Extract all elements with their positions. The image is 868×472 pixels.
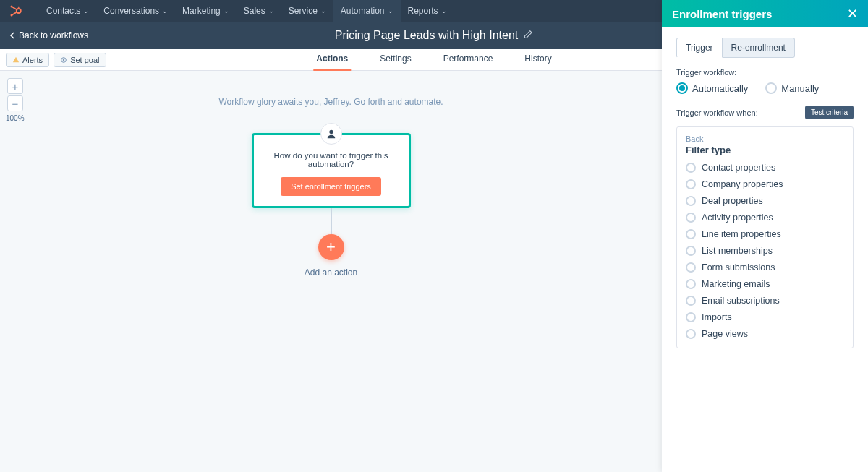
radio-icon bbox=[686, 179, 696, 189]
radio-manually[interactable]: Manually bbox=[765, 82, 819, 94]
caret-down-icon: ⌄ bbox=[388, 7, 393, 14]
alert-icon bbox=[12, 56, 20, 64]
nav-item-marketing[interactable]: Marketing⌄ bbox=[175, 0, 237, 22]
caret-down-icon: ⌄ bbox=[162, 7, 168, 14]
back-label: Back to workflows bbox=[19, 30, 88, 40]
panel-title: Enrollment triggers bbox=[672, 8, 772, 20]
subtab-re-enrollment[interactable]: Re-enrollment bbox=[723, 38, 795, 58]
add-action-button[interactable]: + bbox=[318, 234, 344, 260]
radio-icon bbox=[686, 163, 696, 173]
caret-down-icon: ⌄ bbox=[224, 7, 229, 14]
filter-option-page-views[interactable]: Page views bbox=[686, 329, 844, 339]
radio-icon bbox=[686, 246, 696, 256]
filter-type-heading: Filter type bbox=[686, 145, 844, 155]
svg-point-8 bbox=[329, 130, 333, 134]
radio-icon bbox=[686, 296, 696, 306]
add-action-label: Add an action bbox=[305, 267, 357, 278]
enrollment-triggers-panel: Enrollment triggers ✕ TriggerRe-enrollme… bbox=[662, 0, 868, 472]
tab-performance[interactable]: Performance bbox=[441, 48, 496, 71]
filter-option-company-properties[interactable]: Company properties bbox=[686, 179, 844, 189]
zoom-controls: + − 100% bbox=[6, 78, 25, 122]
zoom-level: 100% bbox=[6, 114, 25, 122]
close-panel-button[interactable]: ✕ bbox=[847, 6, 858, 22]
set-enrollment-triggers-button[interactable]: Set enrollment triggers bbox=[281, 177, 381, 196]
radio-icon bbox=[686, 229, 696, 239]
svg-point-3 bbox=[11, 6, 13, 8]
svg-point-5 bbox=[18, 7, 20, 8]
nav-item-automation[interactable]: Automation⌄ bbox=[333, 0, 401, 22]
filter-option-list-memberships[interactable]: List memberships bbox=[686, 246, 844, 256]
radio-icon bbox=[686, 196, 696, 206]
edit-title-icon[interactable] bbox=[524, 29, 533, 42]
target-icon bbox=[60, 56, 67, 64]
filter-option-marketing-emails[interactable]: Marketing emails bbox=[686, 279, 844, 289]
tab-actions[interactable]: Actions bbox=[313, 48, 351, 71]
zoom-out-button[interactable]: − bbox=[7, 95, 23, 111]
filter-option-deal-properties[interactable]: Deal properties bbox=[686, 196, 844, 206]
radio-icon bbox=[686, 262, 696, 273]
hubspot-logo-icon[interactable] bbox=[7, 2, 25, 20]
connector-line bbox=[331, 208, 332, 234]
caret-down-icon: ⌄ bbox=[320, 7, 326, 14]
set-goal-button[interactable]: Set goal bbox=[54, 53, 106, 67]
card-question: How do you want to trigger this automati… bbox=[264, 151, 399, 168]
tab-settings[interactable]: Settings bbox=[377, 48, 414, 71]
panel-header: Enrollment triggers ✕ bbox=[662, 0, 868, 27]
back-to-workflows-link[interactable]: Back to workflows bbox=[9, 30, 88, 40]
chevron-left-icon bbox=[9, 32, 16, 39]
tab-history[interactable]: History bbox=[522, 48, 554, 71]
radio-icon bbox=[686, 312, 696, 322]
radio-icon bbox=[765, 82, 777, 94]
filter-option-contact-properties[interactable]: Contact properties bbox=[686, 163, 844, 173]
trigger-workflow-label: Trigger workflow: bbox=[676, 68, 854, 77]
filter-type-box: Back Filter type Contact propertiesCompa… bbox=[676, 126, 854, 348]
filter-back-link[interactable]: Back bbox=[686, 134, 844, 143]
svg-point-7 bbox=[63, 59, 65, 61]
zoom-in-button[interactable]: + bbox=[7, 78, 23, 94]
filter-option-email-subscriptions[interactable]: Email subscriptions bbox=[686, 296, 844, 306]
trigger-when-label: Trigger workflow when: bbox=[676, 108, 758, 117]
nav-item-sales[interactable]: Sales⌄ bbox=[237, 0, 281, 22]
radio-icon bbox=[686, 213, 696, 223]
filter-option-line-item-properties[interactable]: Line item properties bbox=[686, 229, 844, 239]
workflow-title: Pricing Page Leads with High Intent bbox=[335, 29, 518, 42]
svg-point-4 bbox=[11, 14, 13, 17]
caret-down-icon: ⌄ bbox=[83, 7, 89, 14]
contact-avatar-icon bbox=[320, 123, 342, 145]
radio-icon bbox=[686, 279, 696, 289]
filter-option-form-submissions[interactable]: Form submissions bbox=[686, 262, 844, 273]
nav-item-service[interactable]: Service⌄ bbox=[281, 0, 333, 22]
nav-item-contacts[interactable]: Contacts⌄ bbox=[39, 0, 96, 22]
radio-icon bbox=[686, 329, 696, 339]
alerts-button[interactable]: Alerts bbox=[6, 53, 49, 67]
subtab-trigger[interactable]: Trigger bbox=[676, 38, 723, 58]
canvas-greeting: Workflow glory awaits you, Jeffrey. Go f… bbox=[0, 97, 662, 107]
filter-option-imports[interactable]: Imports bbox=[686, 312, 844, 322]
nav-item-conversations[interactable]: Conversations⌄ bbox=[96, 0, 175, 22]
radio-automatically[interactable]: Automatically bbox=[676, 82, 748, 94]
nav-item-reports[interactable]: Reports⌄ bbox=[401, 0, 454, 22]
filter-option-activity-properties[interactable]: Activity properties bbox=[686, 213, 844, 223]
caret-down-icon: ⌄ bbox=[441, 7, 447, 14]
radio-icon bbox=[676, 82, 688, 94]
test-criteria-button[interactable]: Test criteria bbox=[805, 106, 854, 119]
caret-down-icon: ⌄ bbox=[268, 7, 274, 14]
workflow-canvas: + − 100% Workflow glory awaits you, Jeff… bbox=[0, 71, 662, 472]
